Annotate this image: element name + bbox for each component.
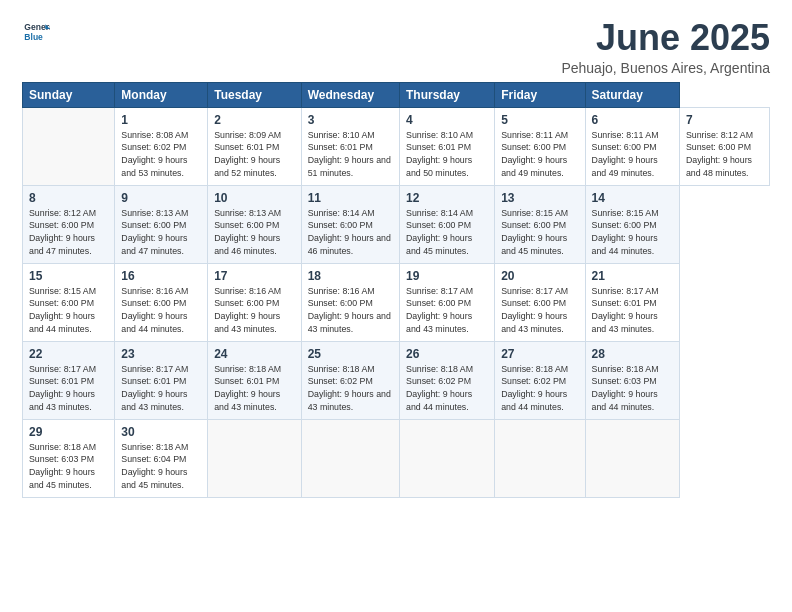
- calendar-cell: 30 Sunrise: 8:18 AMSunset: 6:04 PMDaylig…: [115, 419, 208, 497]
- day-number: 18: [308, 269, 393, 283]
- day-number: 25: [308, 347, 393, 361]
- calendar-cell: 12 Sunrise: 8:14 AMSunset: 6:00 PMDaylig…: [400, 185, 495, 263]
- day-number: 24: [214, 347, 294, 361]
- col-friday: Friday: [495, 82, 585, 107]
- day-number: 5: [501, 113, 578, 127]
- calendar-cell: 15 Sunrise: 8:15 AMSunset: 6:00 PMDaylig…: [23, 263, 115, 341]
- col-monday: Monday: [115, 82, 208, 107]
- day-info: Sunrise: 8:18 AMSunset: 6:04 PMDaylight:…: [121, 441, 201, 492]
- day-number: 2: [214, 113, 294, 127]
- calendar-cell: 4 Sunrise: 8:10 AMSunset: 6:01 PMDayligh…: [400, 107, 495, 185]
- day-number: 30: [121, 425, 201, 439]
- calendar-cell: 6 Sunrise: 8:11 AMSunset: 6:00 PMDayligh…: [585, 107, 679, 185]
- day-info: Sunrise: 8:18 AMSunset: 6:02 PMDaylight:…: [308, 363, 393, 414]
- calendar-cell: 10 Sunrise: 8:13 AMSunset: 6:00 PMDaylig…: [208, 185, 301, 263]
- col-sunday: Sunday: [23, 82, 115, 107]
- calendar-cell: 23 Sunrise: 8:17 AMSunset: 6:01 PMDaylig…: [115, 341, 208, 419]
- day-info: Sunrise: 8:08 AMSunset: 6:02 PMDaylight:…: [121, 129, 201, 180]
- logo: General Blue: [22, 18, 53, 46]
- calendar-cell: 8 Sunrise: 8:12 AMSunset: 6:00 PMDayligh…: [23, 185, 115, 263]
- col-wednesday: Wednesday: [301, 82, 399, 107]
- day-number: 10: [214, 191, 294, 205]
- day-info: Sunrise: 8:17 AMSunset: 6:01 PMDaylight:…: [29, 363, 108, 414]
- calendar-cell: [301, 419, 399, 497]
- day-number: 16: [121, 269, 201, 283]
- day-info: Sunrise: 8:18 AMSunset: 6:02 PMDaylight:…: [501, 363, 578, 414]
- day-info: Sunrise: 8:14 AMSunset: 6:00 PMDaylight:…: [308, 207, 393, 258]
- day-info: Sunrise: 8:10 AMSunset: 6:01 PMDaylight:…: [406, 129, 488, 180]
- day-info: Sunrise: 8:17 AMSunset: 6:00 PMDaylight:…: [406, 285, 488, 336]
- calendar-cell: 9 Sunrise: 8:13 AMSunset: 6:00 PMDayligh…: [115, 185, 208, 263]
- day-info: Sunrise: 8:18 AMSunset: 6:01 PMDaylight:…: [214, 363, 294, 414]
- day-info: Sunrise: 8:13 AMSunset: 6:00 PMDaylight:…: [121, 207, 201, 258]
- calendar-cell: 24 Sunrise: 8:18 AMSunset: 6:01 PMDaylig…: [208, 341, 301, 419]
- day-info: Sunrise: 8:16 AMSunset: 6:00 PMDaylight:…: [121, 285, 201, 336]
- calendar-cell: 16 Sunrise: 8:16 AMSunset: 6:00 PMDaylig…: [115, 263, 208, 341]
- day-info: Sunrise: 8:12 AMSunset: 6:00 PMDaylight:…: [29, 207, 108, 258]
- calendar-table: Sunday Monday Tuesday Wednesday Thursday…: [22, 82, 770, 498]
- logo-icon: General Blue: [22, 18, 50, 46]
- day-info: Sunrise: 8:17 AMSunset: 6:00 PMDaylight:…: [501, 285, 578, 336]
- day-number: 22: [29, 347, 108, 361]
- calendar-cell: 27 Sunrise: 8:18 AMSunset: 6:02 PMDaylig…: [495, 341, 585, 419]
- day-info: Sunrise: 8:17 AMSunset: 6:01 PMDaylight:…: [592, 285, 673, 336]
- page: General Blue June 2025 Pehuajo, Buenos A…: [0, 0, 792, 612]
- day-info: Sunrise: 8:15 AMSunset: 6:00 PMDaylight:…: [592, 207, 673, 258]
- day-number: 3: [308, 113, 393, 127]
- header: General Blue June 2025 Pehuajo, Buenos A…: [22, 18, 770, 76]
- day-info: Sunrise: 8:18 AMSunset: 6:02 PMDaylight:…: [406, 363, 488, 414]
- day-number: 11: [308, 191, 393, 205]
- day-info: Sunrise: 8:17 AMSunset: 6:01 PMDaylight:…: [121, 363, 201, 414]
- day-number: 19: [406, 269, 488, 283]
- calendar-cell: [495, 419, 585, 497]
- calendar-cell: 7 Sunrise: 8:12 AMSunset: 6:00 PMDayligh…: [679, 107, 769, 185]
- calendar-cell: 29 Sunrise: 8:18 AMSunset: 6:03 PMDaylig…: [23, 419, 115, 497]
- day-number: 6: [592, 113, 673, 127]
- calendar-cell: 26 Sunrise: 8:18 AMSunset: 6:02 PMDaylig…: [400, 341, 495, 419]
- col-thursday: Thursday: [400, 82, 495, 107]
- calendar-cell: 25 Sunrise: 8:18 AMSunset: 6:02 PMDaylig…: [301, 341, 399, 419]
- calendar-cell: 20 Sunrise: 8:17 AMSunset: 6:00 PMDaylig…: [495, 263, 585, 341]
- day-number: 7: [686, 113, 763, 127]
- day-info: Sunrise: 8:13 AMSunset: 6:00 PMDaylight:…: [214, 207, 294, 258]
- calendar-cell: [400, 419, 495, 497]
- day-number: 15: [29, 269, 108, 283]
- title-block: June 2025 Pehuajo, Buenos Aires, Argenti…: [561, 18, 770, 76]
- col-tuesday: Tuesday: [208, 82, 301, 107]
- day-number: 1: [121, 113, 201, 127]
- day-number: 21: [592, 269, 673, 283]
- calendar-cell: [585, 419, 679, 497]
- calendar-header-row: Sunday Monday Tuesday Wednesday Thursday…: [23, 82, 770, 107]
- calendar-cell: 11 Sunrise: 8:14 AMSunset: 6:00 PMDaylig…: [301, 185, 399, 263]
- day-number: 4: [406, 113, 488, 127]
- day-number: 13: [501, 191, 578, 205]
- calendar-cell: 19 Sunrise: 8:17 AMSunset: 6:00 PMDaylig…: [400, 263, 495, 341]
- calendar-cell: 18 Sunrise: 8:16 AMSunset: 6:00 PMDaylig…: [301, 263, 399, 341]
- day-info: Sunrise: 8:11 AMSunset: 6:00 PMDaylight:…: [592, 129, 673, 180]
- calendar-cell: [208, 419, 301, 497]
- day-number: 27: [501, 347, 578, 361]
- day-info: Sunrise: 8:15 AMSunset: 6:00 PMDaylight:…: [501, 207, 578, 258]
- calendar-cell: 13 Sunrise: 8:15 AMSunset: 6:00 PMDaylig…: [495, 185, 585, 263]
- day-number: 17: [214, 269, 294, 283]
- day-info: Sunrise: 8:10 AMSunset: 6:01 PMDaylight:…: [308, 129, 393, 180]
- main-title: June 2025: [561, 18, 770, 58]
- col-saturday: Saturday: [585, 82, 679, 107]
- day-number: 9: [121, 191, 201, 205]
- day-number: 8: [29, 191, 108, 205]
- day-number: 26: [406, 347, 488, 361]
- calendar-cell: 1 Sunrise: 8:08 AMSunset: 6:02 PMDayligh…: [115, 107, 208, 185]
- day-info: Sunrise: 8:12 AMSunset: 6:00 PMDaylight:…: [686, 129, 763, 180]
- day-info: Sunrise: 8:09 AMSunset: 6:01 PMDaylight:…: [214, 129, 294, 180]
- calendar-cell: 17 Sunrise: 8:16 AMSunset: 6:00 PMDaylig…: [208, 263, 301, 341]
- calendar-cell: 28 Sunrise: 8:18 AMSunset: 6:03 PMDaylig…: [585, 341, 679, 419]
- day-info: Sunrise: 8:11 AMSunset: 6:00 PMDaylight:…: [501, 129, 578, 180]
- day-number: 29: [29, 425, 108, 439]
- calendar-cell-empty: [23, 107, 115, 185]
- day-info: Sunrise: 8:16 AMSunset: 6:00 PMDaylight:…: [308, 285, 393, 336]
- subtitle: Pehuajo, Buenos Aires, Argentina: [561, 60, 770, 76]
- day-info: Sunrise: 8:15 AMSunset: 6:00 PMDaylight:…: [29, 285, 108, 336]
- day-info: Sunrise: 8:14 AMSunset: 6:00 PMDaylight:…: [406, 207, 488, 258]
- day-info: Sunrise: 8:18 AMSunset: 6:03 PMDaylight:…: [29, 441, 108, 492]
- day-number: 28: [592, 347, 673, 361]
